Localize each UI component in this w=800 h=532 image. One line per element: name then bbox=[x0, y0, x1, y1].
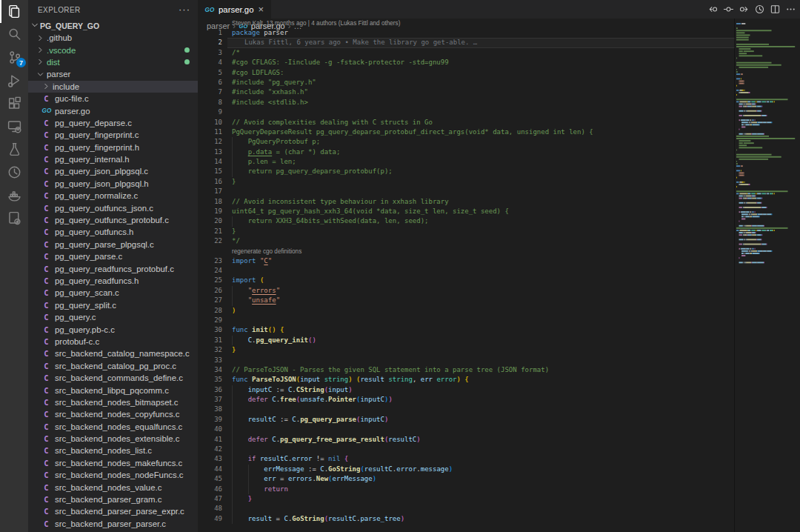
tree-item-pg-query-internal-h[interactable]: Cpg_query_internal.h bbox=[28, 153, 198, 165]
minimap[interactable] bbox=[735, 19, 800, 532]
code-line-5: 5#cgo LDFLAGS: bbox=[198, 68, 735, 78]
remote-explorer-icon[interactable] bbox=[0, 115, 28, 138]
testing-icon[interactable] bbox=[0, 138, 28, 161]
open-next-change-icon[interactable] bbox=[736, 0, 752, 19]
tree-item-label: src_backend_nodes_equalfuncs.c bbox=[55, 422, 182, 431]
tab-parser-go[interactable]: GO parser.go × bbox=[198, 0, 271, 19]
tree-item-src-backend-parser-gram-c[interactable]: Csrc_backend_parser_gram.c bbox=[28, 493, 198, 505]
code-line-41: 41 defer C.pg_query_free_parse_result(re… bbox=[198, 435, 735, 445]
tree-item-pg-query-readfuncs-h[interactable]: Cpg_query_readfuncs.h bbox=[28, 275, 198, 287]
extensions-icon[interactable] bbox=[0, 92, 28, 115]
tree-item-pg-query-parse-plpgsql-c[interactable]: Cpg_query_parse_plpgsql.c bbox=[28, 239, 198, 250]
line-number: 25 bbox=[198, 276, 222, 285]
explorer-more-actions-icon[interactable]: ··· bbox=[179, 6, 190, 13]
tree-item--github[interactable]: .github bbox=[28, 32, 198, 44]
code-area[interactable]: Steven Kalt, 13 months ago | 4 authors (… bbox=[198, 19, 735, 524]
explorer-sidebar: EXPLORER ··· PG_QUERY_GO .github.vscoded… bbox=[28, 0, 198, 532]
more-actions-icon[interactable] bbox=[783, 0, 799, 19]
code-line-16: 16} bbox=[198, 177, 735, 187]
code-line-11: 11PgQueryDeparseResult pg_query_deparse_… bbox=[198, 127, 735, 137]
tree-item-guc-file-c[interactable]: Cguc-file.c bbox=[28, 93, 198, 104]
tree-item-src-backend-libpq-pqcomm-c[interactable]: Csrc_backend_libpq_pqcomm.c bbox=[28, 384, 198, 396]
tree-item-pg-query-json-plpgsql-c[interactable]: Cpg_query_json_plpgsql.c bbox=[28, 165, 198, 177]
tree-item-label: pg_query.pb-c.c bbox=[55, 325, 115, 334]
tree-item-pg-query-outfuncs-json-c[interactable]: Cpg_query_outfuncs_json.c bbox=[28, 202, 198, 213]
tree-item-src-backend-parser-parse-expr-c[interactable]: Csrc_backend_parser_parse_expr.c bbox=[28, 505, 198, 517]
code-line-46: 46 return bbox=[198, 485, 735, 494]
tree-item-pg-query-split-c[interactable]: Cpg_query_split.c bbox=[28, 299, 198, 311]
tree-item-pg-query-pb-c-c[interactable]: Cpg_query.pb-c.c bbox=[28, 323, 198, 335]
tree-item-label: src_backend_parser_parse_expr.c bbox=[55, 507, 184, 516]
tree-item-label: src_backend_nodes_makefuncs.c bbox=[55, 459, 182, 468]
codelens-blame-authors[interactable]: Steven Kalt, 13 months ago | 4 authors (… bbox=[198, 19, 735, 28]
c-file-icon: C bbox=[41, 483, 51, 492]
tree-item-parser[interactable]: parser bbox=[28, 68, 198, 80]
project-manager-icon[interactable] bbox=[0, 207, 28, 230]
tree-item-pg-query-json-plpgsql-h[interactable]: Cpg_query_json_plpgsql.h bbox=[28, 178, 198, 190]
explorer-icon[interactable] bbox=[0, 0, 28, 23]
tree-item-pg-query-scan-c[interactable]: Cpg_query_scan.c bbox=[28, 287, 198, 299]
tree-item-parser-go[interactable]: GOparser.go bbox=[28, 104, 198, 116]
code-line-18: 18// Avoid inconsistent type behaviour i… bbox=[198, 197, 735, 207]
search-icon[interactable] bbox=[0, 23, 28, 46]
codelens-link[interactable]: regenerate cgo definitions bbox=[198, 247, 735, 256]
line-number: 41 bbox=[198, 435, 222, 445]
code-viewport[interactable]: Steven Kalt, 13 months ago | 4 authors (… bbox=[198, 19, 735, 532]
code-line-45: 45 err = errors.New(errMessage) bbox=[198, 474, 735, 484]
editor-actions bbox=[705, 0, 799, 19]
tree-item-pg-query-normalize-c[interactable]: Cpg_query_normalize.c bbox=[28, 190, 198, 202]
line-number: 2 bbox=[198, 38, 222, 47]
line-number: 37 bbox=[198, 395, 222, 405]
split-editor-icon[interactable] bbox=[767, 0, 783, 19]
tree-item-src-backend-nodes-list-c[interactable]: Csrc_backend_nodes_list.c bbox=[28, 445, 198, 456]
tree-item-pg-query-outfuncs-h[interactable]: Cpg_query_outfuncs.h bbox=[28, 226, 198, 238]
code-line-36: 36 inputC := C.CString(input) bbox=[198, 385, 735, 395]
tree-item-src-backend-nodes-copyfuncs-c[interactable]: Csrc_backend_nodes_copyfuncs.c bbox=[28, 408, 198, 420]
tree-item-include[interactable]: include bbox=[28, 81, 198, 93]
line-number: 27 bbox=[198, 296, 222, 305]
tree-item-pg-query-parse-c[interactable]: Cpg_query_parse.c bbox=[28, 250, 198, 262]
tree-item-src-backend-nodes-value-c[interactable]: Csrc_backend_nodes_value.c bbox=[28, 481, 198, 493]
indent-guide bbox=[232, 494, 233, 504]
tree-item-label: src_backend_nodes_list.c bbox=[55, 446, 152, 455]
code-line-20: 20 return XXH3_64bits_withSeed(data, len… bbox=[198, 216, 735, 226]
tree-item-pg-query-fingerprint-h[interactable]: Cpg_query_fingerprint.h bbox=[28, 142, 198, 153]
indent-guide bbox=[232, 454, 233, 464]
tree-item-src-backend-parser-parser-c[interactable]: Csrc_backend_parser_parser.c bbox=[28, 518, 198, 530]
tree-item-src-backend-nodes-nodefuncs-c[interactable]: Csrc_backend_nodes_nodeFuncs.c bbox=[28, 469, 198, 481]
tree-item-src-backend-nodes-extensible-c[interactable]: Csrc_backend_nodes_extensible.c bbox=[28, 433, 198, 445]
docker-icon[interactable] bbox=[0, 184, 28, 207]
gitlens-icon[interactable] bbox=[0, 161, 28, 184]
file-history-icon[interactable] bbox=[752, 0, 767, 19]
open-changes-icon[interactable] bbox=[721, 0, 736, 19]
tree-item--vscode[interactable]: .vscode bbox=[28, 44, 198, 56]
minimap-canvas[interactable] bbox=[735, 19, 800, 532]
line-number: 5 bbox=[198, 68, 222, 78]
line-number: 16 bbox=[198, 177, 222, 187]
tree-item-src-backend-commands-define-c[interactable]: Csrc_backend_commands_define.c bbox=[28, 372, 198, 384]
tree-item-pg-query-readfuncs-protobuf-c[interactable]: Cpg_query_readfuncs_protobuf.c bbox=[28, 262, 198, 274]
tree-item-src-backend-nodes-makefuncs-c[interactable]: Csrc_backend_nodes_makefuncs.c bbox=[28, 457, 198, 469]
code-line-12: 12 PgQueryProtobuf p; bbox=[198, 137, 735, 147]
code-line-33: 33 bbox=[198, 356, 735, 365]
tree-item-src-backend-catalog-namespace-c[interactable]: Csrc_backend_catalog_namespace.c bbox=[28, 348, 198, 359]
tree-item-src-backend-catalog-pg-proc-c[interactable]: Csrc_backend_catalog_pg_proc.c bbox=[28, 360, 198, 372]
activity-bar: 7 bbox=[0, 0, 28, 532]
tree-item-dist[interactable]: dist bbox=[28, 56, 198, 68]
workspace-section-header[interactable]: PG_QUERY_GO bbox=[28, 19, 198, 32]
tree-item-pg-query-outfuncs-protobuf-c[interactable]: Cpg_query_outfuncs_protobuf.c bbox=[28, 214, 198, 226]
tree-item-pg-query-fingerprint-c[interactable]: Cpg_query_fingerprint.c bbox=[28, 129, 198, 141]
source-control-icon[interactable]: 7 bbox=[0, 46, 28, 69]
tree-item-src-backend-nodes-equalfuncs-c[interactable]: Csrc_backend_nodes_equalfuncs.c bbox=[28, 421, 198, 433]
open-previous-change-icon[interactable] bbox=[705, 0, 721, 19]
tab-bar: GO parser.go × bbox=[198, 0, 800, 19]
code-line-21: 21} bbox=[198, 227, 735, 236]
tree-item-src-backend-nodes-bitmapset-c[interactable]: Csrc_backend_nodes_bitmapset.c bbox=[28, 396, 198, 408]
close-tab-icon[interactable]: × bbox=[258, 4, 265, 14]
tree-item-protobuf-c-c[interactable]: Cprotobuf-c.c bbox=[28, 336, 198, 348]
tree-item-pg-query-deparse-c[interactable]: Cpg_query_deparse.c bbox=[28, 117, 198, 129]
tree-item-pg-query-c[interactable]: Cpg_query.c bbox=[28, 311, 198, 323]
tree-item-label: pg_query_deparse.c bbox=[55, 119, 132, 127]
run-and-debug-icon[interactable] bbox=[0, 69, 28, 92]
c-file-icon: C bbox=[41, 434, 51, 443]
